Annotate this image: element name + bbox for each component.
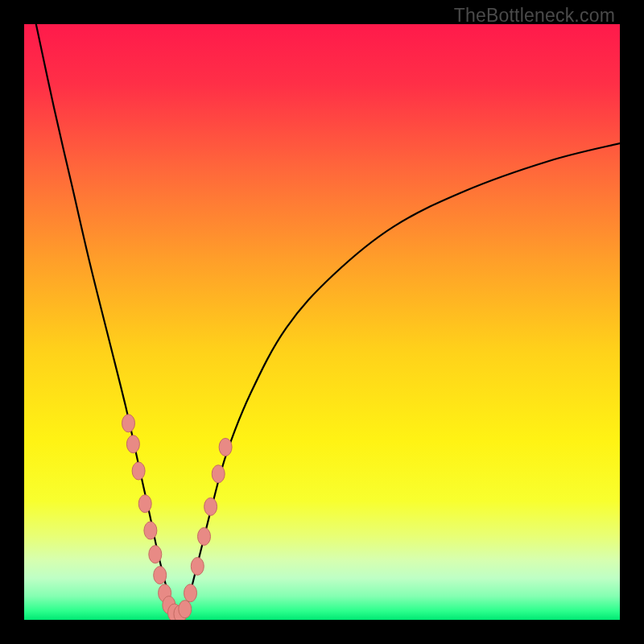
marker-dot [144, 522, 157, 539]
marker-dot [191, 557, 204, 575]
highlight-markers [122, 415, 233, 620]
marker-dot [126, 436, 139, 453]
marker-dot [132, 462, 145, 480]
marker-dot [149, 546, 162, 564]
plot-area [24, 24, 620, 620]
marker-dot [184, 584, 197, 602]
bottleneck-curve [36, 24, 620, 617]
marker-dot [204, 497, 217, 515]
marker-dot [212, 465, 225, 483]
marker-dot [122, 415, 135, 432]
marker-dot [138, 495, 151, 513]
chart-svg [24, 24, 620, 620]
marker-dot [198, 527, 211, 545]
marker-dot [154, 567, 167, 584]
watermark-text: TheBottleneck.com [454, 5, 615, 27]
marker-dot [219, 438, 232, 456]
marker-dot [179, 601, 192, 618]
chart-frame: TheBottleneck.com [0, 0, 644, 644]
